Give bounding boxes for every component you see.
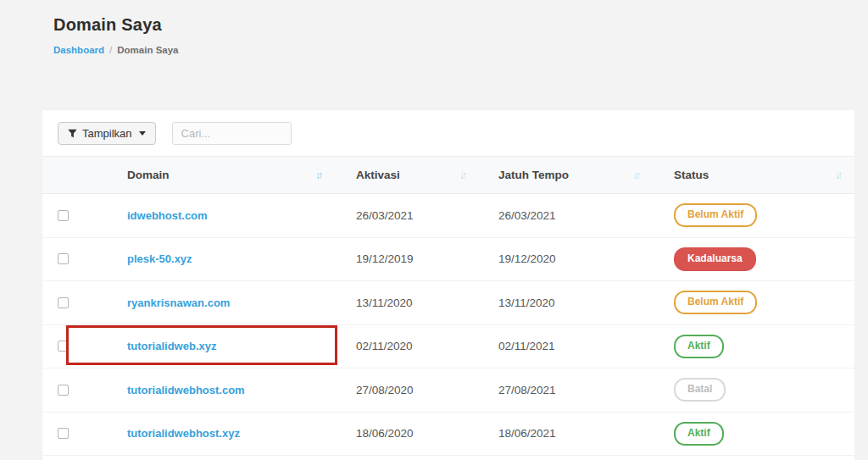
row-checkbox[interactable] [58,210,69,221]
search-input[interactable] [172,122,292,145]
row-checkbox[interactable] [58,297,69,308]
row-checkbox-cell [42,341,108,352]
row-domain-cell: ryankrisnawan.com [108,297,335,309]
status-badge: Batal [674,378,726,402]
caret-down-icon [139,131,146,136]
table-row: tutorialidwebhost.xyz 18/06/2020 18/06/2… [42,413,854,457]
filter-button[interactable]: Tampilkan [58,122,156,145]
status-badge: Belum Aktif [674,203,757,227]
row-checkbox[interactable] [58,428,69,439]
domain-list-card: Tampilkan Domain ↓↑ Aktivasi ↓↑ Jatuh Te… [42,110,854,460]
aktivasi-date: 19/12/2019 [356,252,414,265]
row-domain-cell: plesk-50.xyz [108,252,335,265]
domain-table: Domain ↓↑ Aktivasi ↓↑ Jatuh Tempo ↓↑ Sta… [42,156,854,456]
row-domain-cell: tutorialidweb.xyz [108,340,335,352]
table-header-row: Domain ↓↑ Aktivasi ↓↑ Jatuh Tempo ↓↑ Sta… [42,156,854,194]
jatuh-tempo-date: 19/12/2020 [498,252,556,265]
jatuh-tempo-date: 27/08/2021 [498,384,556,396]
domain-link[interactable]: tutorialidwebhost.com [127,384,245,396]
status-badge: Kadaluarsa [674,247,756,271]
jatuh-tempo-date: 13/11/2020 [498,297,555,309]
row-jatuh-tempo-cell: 02/11/2021 [479,340,653,352]
jatuh-tempo-date: 02/11/2021 [498,340,555,352]
sort-icon-jatuh-tempo[interactable]: ↓↑ [633,169,641,181]
domain-link[interactable]: tutorialidweb.xyz [127,340,216,352]
table-row: tutorialidwebhost.com 27/08/2020 27/08/2… [42,369,854,413]
aktivasi-date: 27/08/2020 [356,384,414,396]
row-jatuh-tempo-cell: 13/11/2020 [479,297,653,309]
row-aktivasi-cell: 19/12/2019 [335,252,479,265]
row-status-cell: Kadaluarsa [653,247,854,271]
sort-icon-status[interactable]: ↓↑ [835,169,843,181]
status-badge: Aktif [674,422,724,446]
row-aktivasi-cell: 18/06/2020 [335,427,479,440]
row-checkbox-cell [42,385,108,396]
row-status-cell: Aktif [653,422,854,446]
aktivasi-date: 18/06/2020 [356,427,414,440]
table-row: ryankrisnawan.com 13/11/2020 13/11/2020 … [42,281,854,325]
breadcrumb-current: Domain Saya [117,45,178,55]
aktivasi-date: 26/03/2021 [356,209,414,222]
jatuh-tempo-date: 26/03/2021 [498,209,556,222]
aktivasi-date: 13/11/2020 [356,297,413,309]
row-domain-cell: idwebhost.com [108,209,335,222]
row-status-cell: Batal [653,378,854,402]
row-checkbox-cell [42,428,108,439]
header-domain: Domain ↓↑ [108,169,335,181]
breadcrumb: Dashboard/Domain Saya [53,45,179,55]
domain-link[interactable]: ryankrisnawan.com [127,297,230,309]
sort-icon-domain[interactable]: ↓↑ [315,169,323,181]
domain-link[interactable]: plesk-50.xyz [127,252,192,265]
domain-link[interactable]: idwebhost.com [127,209,208,222]
row-checkbox-cell [42,253,108,264]
header-jatuh-tempo: Jatuh Tempo ↓↑ [479,169,653,181]
header-jatuh-tempo-label: Jatuh Tempo [498,169,569,181]
row-aktivasi-cell: 02/11/2020 [335,340,479,352]
filter-button-label: Tampilkan [82,127,132,140]
row-checkbox[interactable] [58,253,69,264]
row-domain-cell: tutorialidwebhost.com [108,384,335,396]
row-aktivasi-cell: 26/03/2021 [335,209,479,222]
row-checkbox-cell [42,210,108,221]
row-domain-cell: tutorialidwebhost.xyz [108,427,335,440]
table-row: plesk-50.xyz 19/12/2019 19/12/2020 Kadal… [42,238,854,282]
header-status-label: Status [674,169,709,181]
header-aktivasi: Aktivasi ↓↑ [335,169,479,181]
row-checkbox[interactable] [58,385,69,396]
row-aktivasi-cell: 13/11/2020 [335,297,479,309]
domain-link[interactable]: tutorialidwebhost.xyz [127,427,240,440]
header-domain-label: Domain [127,169,170,181]
page: Domain Saya Dashboard/Domain Saya Tampil… [0,0,868,460]
header-aktivasi-label: Aktivasi [356,169,400,181]
jatuh-tempo-date: 18/06/2021 [498,427,556,440]
row-jatuh-tempo-cell: 26/03/2021 [479,209,653,222]
breadcrumb-separator: / [109,45,112,55]
row-status-cell: Aktif [653,335,854,358]
row-status-cell: Belum Aktif [653,291,854,314]
page-title: Domain Saya [53,15,162,35]
breadcrumb-dashboard-link[interactable]: Dashboard [53,45,104,55]
row-aktivasi-cell: 27/08/2020 [335,384,479,396]
row-checkbox[interactable] [58,341,69,352]
status-badge: Belum Aktif [674,291,757,314]
row-jatuh-tempo-cell: 27/08/2021 [479,384,653,396]
status-badge: Aktif [674,335,724,358]
row-checkbox-cell [42,297,108,308]
aktivasi-date: 02/11/2020 [356,340,413,352]
table-row: tutorialidweb.xyz 02/11/2020 02/11/2021 … [42,325,854,369]
sort-icon-aktivasi[interactable]: ↓↑ [459,169,467,181]
table-body: idwebhost.com 26/03/2021 26/03/2021 Belu… [42,194,854,456]
row-jatuh-tempo-cell: 19/12/2020 [479,252,653,265]
header-status: Status ↓↑ [653,169,854,181]
table-toolbar: Tampilkan [42,110,854,156]
row-status-cell: Belum Aktif [653,203,854,227]
row-jatuh-tempo-cell: 18/06/2021 [479,427,653,440]
table-row: idwebhost.com 26/03/2021 26/03/2021 Belu… [42,194,854,238]
funnel-icon [68,129,77,138]
